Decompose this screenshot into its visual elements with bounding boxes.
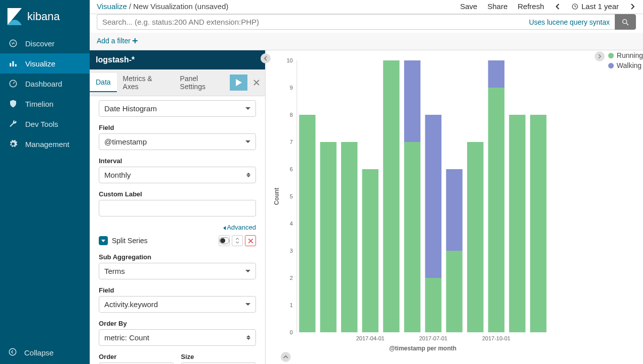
legend-collapse-button[interactable] — [595, 51, 605, 61]
discard-button[interactable] — [247, 75, 265, 91]
svg-text:2017-07-01: 2017-07-01 — [419, 335, 447, 341]
lucene-hint[interactable]: Uses lucene query syntax — [529, 18, 610, 26]
chart-svg: 012345678910Count2017-04-012017-07-01201… — [272, 56, 554, 353]
custom-label-input[interactable] — [99, 200, 256, 216]
sidebar-item-label: Timelion — [25, 100, 53, 108]
collapse-icon — [8, 347, 17, 358]
split-series-title: Split Series — [112, 237, 215, 245]
chevron-down-icon — [245, 303, 250, 306]
collapse-panel-button[interactable] — [261, 53, 271, 63]
svg-text:6: 6 — [290, 166, 293, 172]
save-button[interactable]: Save — [460, 2, 477, 11]
sidebar-item-timelion[interactable]: Timelion — [0, 94, 90, 114]
chevron-down-icon — [245, 270, 250, 272]
time-next-button[interactable] — [629, 3, 636, 10]
swatch-icon — [608, 63, 614, 68]
breadcrumb-root[interactable]: Visualize — [97, 2, 127, 11]
agg-controls — [219, 235, 256, 246]
tab-data[interactable]: Data — [90, 73, 117, 92]
svg-text:Count: Count — [273, 188, 280, 205]
svg-text:@timestamp per month: @timestamp per month — [389, 345, 457, 352]
logo[interactable]: kibana — [0, 0, 90, 33]
sidebar-item-management[interactable]: Management — [0, 134, 90, 154]
svg-text:3: 3 — [290, 248, 293, 254]
subagg-select[interactable]: Terms — [99, 263, 256, 279]
aggregation-type-select[interactable]: Date Histogram — [99, 100, 256, 117]
gear-icon — [8, 139, 18, 149]
svg-text:9: 9 — [290, 85, 293, 91]
sort-icon — [246, 173, 250, 177]
sort-icon — [246, 335, 250, 340]
select-value: Date Histogram — [104, 104, 157, 113]
agg-drag-handle[interactable] — [232, 235, 243, 246]
select-value: Monthly — [104, 171, 131, 179]
svg-text:4: 4 — [290, 221, 293, 227]
svg-point-9 — [623, 19, 627, 23]
chart-bar-icon — [8, 58, 18, 68]
svg-text:7: 7 — [290, 139, 293, 145]
drag-icon — [235, 238, 239, 244]
time-picker[interactable]: Last 1 year — [571, 2, 619, 11]
search-input[interactable] — [102, 18, 525, 26]
plus-icon — [133, 38, 138, 43]
search-button[interactable] — [615, 14, 636, 30]
size-label: Size — [181, 353, 256, 360]
orderby-label: Order By — [99, 320, 256, 327]
refresh-button[interactable]: Refresh — [518, 2, 544, 11]
select-value: Terms — [104, 267, 125, 275]
order-label: Order — [99, 353, 174, 360]
chevron-right-icon — [598, 54, 602, 59]
wrench-icon — [8, 119, 18, 129]
custom-label: Custom Label — [99, 190, 256, 198]
svg-rect-35 — [404, 142, 421, 332]
svg-rect-38 — [425, 115, 442, 278]
config-body: Date Histogram Field @timestamp Interval… — [90, 96, 265, 364]
sidebar-item-label: Dev Tools — [25, 120, 58, 128]
collapse-label: Collapse — [24, 348, 53, 357]
chevron-down-icon — [245, 107, 250, 110]
collapse-button[interactable]: Collapse — [0, 341, 90, 364]
share-button[interactable]: Share — [487, 2, 507, 11]
advanced-toggle[interactable]: Advanced — [99, 224, 256, 231]
sidebar-item-devtools[interactable]: Dev Tools — [0, 114, 90, 134]
clock-icon — [571, 3, 578, 10]
agg-enabled-toggle[interactable] — [219, 235, 230, 246]
tab-metrics-axes[interactable]: Metrics & Axes — [117, 69, 174, 96]
sidebar-item-discover[interactable]: Discover — [0, 33, 90, 53]
svg-marker-13 — [236, 79, 242, 86]
sidebar-item-dashboard[interactable]: Dashboard — [0, 74, 90, 94]
legend-item-running[interactable]: Running — [608, 51, 643, 59]
legend-item-walking[interactable]: Walking — [608, 61, 643, 69]
chevron-down-icon — [245, 140, 250, 143]
sidebar-item-label: Management — [25, 140, 70, 149]
interval-select[interactable]: Monthly — [99, 167, 256, 183]
sidebar-item-label: Discover — [25, 39, 54, 48]
svg-rect-37 — [425, 278, 442, 332]
svg-text:10: 10 — [287, 57, 293, 63]
time-prev-button[interactable] — [554, 3, 561, 10]
legend-label: Walking — [617, 61, 641, 69]
agg-expand-button[interactable] — [99, 236, 108, 245]
split-series-header: Split Series — [99, 235, 256, 246]
field-select[interactable]: @timestamp — [99, 133, 256, 150]
svg-rect-44 — [509, 115, 526, 332]
split-field-select[interactable]: Activity.keyword — [99, 296, 256, 313]
svg-rect-45 — [530, 115, 547, 332]
nav: Discover Visualize Dashboard Timelion De… — [0, 33, 90, 341]
sidebar-item-visualize[interactable]: Visualize — [0, 53, 90, 74]
close-icon — [248, 239, 253, 243]
add-filter-button[interactable]: Add a filter — [97, 37, 636, 45]
chart: 012345678910Count2017-04-012017-07-01201… — [272, 56, 637, 362]
breadcrumb: Visualize / New Visualization (unsaved) — [97, 2, 460, 11]
top-actions: Save Share Refresh Last 1 year — [460, 2, 636, 11]
svg-text:5: 5 — [290, 193, 293, 199]
tab-panel-settings[interactable]: Panel Settings — [174, 69, 230, 96]
orderby-select[interactable]: metric: Count — [99, 329, 256, 346]
interval-label: Interval — [99, 157, 256, 165]
apply-button[interactable] — [230, 75, 247, 91]
breadcrumb-current: New Visualization (unsaved) — [133, 2, 228, 11]
agg-remove-button[interactable] — [245, 235, 256, 246]
svg-rect-39 — [446, 251, 463, 332]
field-label: Field — [99, 124, 256, 131]
select-value: @timestamp — [104, 137, 147, 146]
